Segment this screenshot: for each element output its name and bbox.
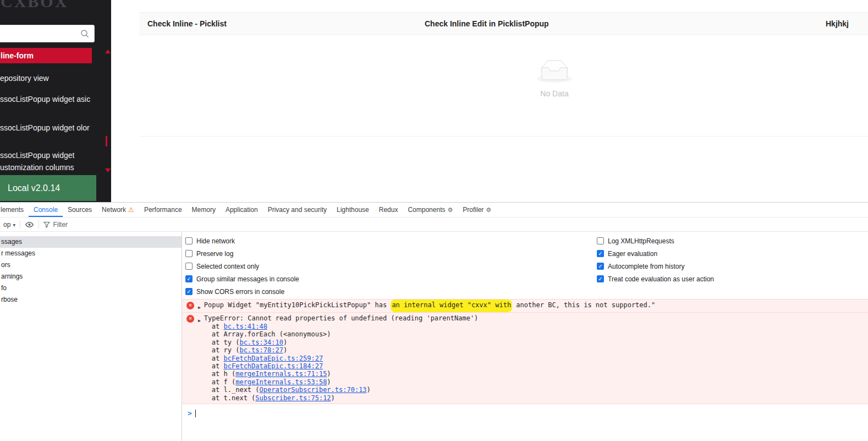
funnel-icon <box>43 221 50 228</box>
tab-label: Lighthouse <box>337 206 369 214</box>
source-link[interactable]: bc.ts:78:27 <box>239 346 283 354</box>
console-filter-user-messages[interactable]: r messages <box>0 248 182 259</box>
source-link[interactable]: OperatorSubscriber.ts:70:13 <box>260 386 367 394</box>
tab-label: Redux <box>379 206 398 214</box>
tab-components[interactable]: Components <box>403 203 458 217</box>
checkbox-checked-icon <box>597 263 604 270</box>
checkbox-label: Preserve log <box>196 250 233 258</box>
checkbox-label: Show CORS errors in console <box>196 288 284 296</box>
sidebar-item-inline-form[interactable]: line-form <box>0 48 92 63</box>
tab-profiler[interactable]: Profiler <box>458 203 496 217</box>
stack-text: at <box>212 323 224 330</box>
sidebar: CXBOX line-form epository view ssocListP… <box>0 0 111 202</box>
checkbox-checked-icon <box>185 275 193 282</box>
sidebar-item-assoclistpopup-customization[interactable]: ssocListPopup widget ustomization column… <box>0 149 95 173</box>
scroll-up-icon[interactable] <box>105 50 111 53</box>
source-link[interactable]: bcFetchDataEpic.ts:259:27 <box>224 355 323 362</box>
tab-performance[interactable]: Performance <box>139 203 187 217</box>
error-message: Popup Widget "myEntity10PickPickListPopu… <box>204 301 655 309</box>
checkbox-icon <box>185 263 193 270</box>
tab-lighthouse[interactable]: Lighthouse <box>332 203 374 217</box>
checkbox-autocomplete-from-history[interactable]: Autocomplete from history <box>597 260 714 273</box>
error-text: TypeError: Cannot read properties of und… <box>204 314 479 323</box>
console-main: Hide network Preserve log Selected conte… <box>182 232 868 441</box>
tab-label: Memory <box>192 206 216 214</box>
checkbox-icon <box>185 250 193 257</box>
column-header-check-inline-edit[interactable]: Check Inline Edit in PicklistPopup <box>425 13 549 35</box>
console-settings: Hide network Preserve log Selected conte… <box>182 232 868 299</box>
source-link[interactable]: Subscriber.ts:75:12 <box>255 394 331 402</box>
tab-label: Network <box>102 206 126 214</box>
table-body: No Data <box>139 35 868 137</box>
main-content: Check Inline - Picklist Check Inline Edi… <box>111 0 868 202</box>
context-selector-label: op <box>3 221 10 228</box>
stack-text: ) <box>327 378 331 386</box>
sidebar-item-assoclistpopup-basic[interactable]: ssocListPopup widget asic <box>0 93 95 105</box>
highlighted-error-text: an internal widget "cxvx" with <box>391 300 512 312</box>
checkbox-treat-code-evaluation[interactable]: Treat code evaluation as user action <box>597 273 714 285</box>
console-filter-warnings[interactable]: arnings <box>0 271 182 282</box>
source-link[interactable]: mergeInternals.ts:53:58 <box>235 378 327 386</box>
expand-triangle-icon[interactable] <box>198 303 201 311</box>
checkbox-show-cors-errors[interactable]: Show CORS errors in console <box>185 285 299 298</box>
sidebar-scrollbar[interactable] <box>106 136 107 146</box>
tab-privacy-and-security[interactable]: Privacy and security <box>263 203 332 217</box>
source-link[interactable]: bcFetchDataEpic.ts:184:27 <box>224 362 323 370</box>
console-filter-all-messages[interactable]: ssages <box>0 236 182 248</box>
expand-triangle-icon[interactable] <box>198 316 201 324</box>
error-message: TypeError: Cannot read properties of und… <box>204 314 479 402</box>
tab-redux[interactable]: Redux <box>374 203 403 217</box>
tab-console[interactable]: Console <box>29 203 63 217</box>
sidebar-item-assoclistpopup-color[interactable]: ssocListPopup widget olor <box>0 122 95 134</box>
source-link[interactable]: mergeInternals.ts:71:15 <box>235 370 327 378</box>
checkbox-checked-icon <box>597 275 604 282</box>
checkbox-group-similar-messages[interactable]: Group similar messages in console <box>185 273 299 285</box>
tab-application[interactable]: Application <box>221 203 263 217</box>
empty-box-icon <box>537 60 572 83</box>
gear-icon <box>486 206 491 214</box>
column-header-check-inline-picklist[interactable]: Check Inline - Picklist <box>147 13 227 35</box>
filter-control[interactable]: Filter <box>43 221 68 228</box>
stack-frame: at bc.ts:41:48 <box>212 323 479 330</box>
console-body: ssages r messages ors arnings fo rbose H… <box>0 232 868 441</box>
console-filter-sidebar: ssages r messages ors arnings fo rbose <box>0 232 182 441</box>
console-prompt[interactable] <box>182 404 868 417</box>
live-expression-button[interactable] <box>25 221 34 228</box>
checkbox-selected-context-only[interactable]: Selected context only <box>185 260 299 273</box>
gear-icon <box>447 206 453 214</box>
checkbox-label: Eager evaluation <box>608 250 657 258</box>
stack-text: at Array.forEach (<anonymous>) <box>212 330 331 338</box>
checkbox-eager-evaluation[interactable]: Eager evaluation <box>597 247 714 260</box>
checkbox-preserve-log[interactable]: Preserve log <box>185 247 299 260</box>
app-root: CXBOX line-form epository view ssocListP… <box>0 0 868 441</box>
checkbox-log-xmlhttprequests[interactable]: Log XMLHttpRequests <box>597 235 714 247</box>
checkbox-checked-icon <box>185 288 193 295</box>
console-error-typeerror: TypeError: Cannot read properties of und… <box>182 312 868 404</box>
context-selector[interactable]: op <box>3 221 15 228</box>
sidebar-search-input[interactable] <box>0 25 95 42</box>
source-link[interactable]: bc.ts:34:10 <box>239 339 283 346</box>
settings-column-right: Log XMLHttpRequests Eager evaluation Aut… <box>597 235 714 285</box>
console-filter-verbose[interactable]: rbose <box>0 294 182 306</box>
stack-text: ) <box>367 386 371 394</box>
console-filter-info[interactable]: fo <box>0 282 182 294</box>
checkbox-checked-icon <box>597 250 604 257</box>
stack-text: at ry ( <box>212 346 240 354</box>
tab-sources[interactable]: Sources <box>63 203 97 217</box>
source-link[interactable]: bc.ts:41:48 <box>224 323 267 330</box>
empty-text: No Data <box>537 89 572 98</box>
tab-network[interactable]: Network <box>97 203 139 217</box>
tab-memory[interactable]: Memory <box>187 203 221 217</box>
checkbox-hide-network[interactable]: Hide network <box>185 235 299 247</box>
stack-frame: at l._next (OperatorSubscriber.ts:70:13) <box>212 386 479 394</box>
stack-frame: at ry (bc.ts:78:27) <box>212 346 479 354</box>
tab-elements[interactable]: lements <box>0 203 29 217</box>
column-header-hkjhkj[interactable]: Hkjhkj <box>826 13 849 35</box>
sidebar-item-repository-view[interactable]: epository view <box>0 72 98 84</box>
version-badge[interactable]: Local v2.0.14 <box>0 175 96 201</box>
stack-text: at <box>212 355 224 362</box>
error-text: Popup Widget "myEntity10PickPickListPopu… <box>204 301 391 309</box>
settings-column-left: Hide network Preserve log Selected conte… <box>185 235 299 298</box>
scroll-down-icon[interactable] <box>105 168 111 172</box>
console-filter-errors[interactable]: ors <box>0 259 182 271</box>
